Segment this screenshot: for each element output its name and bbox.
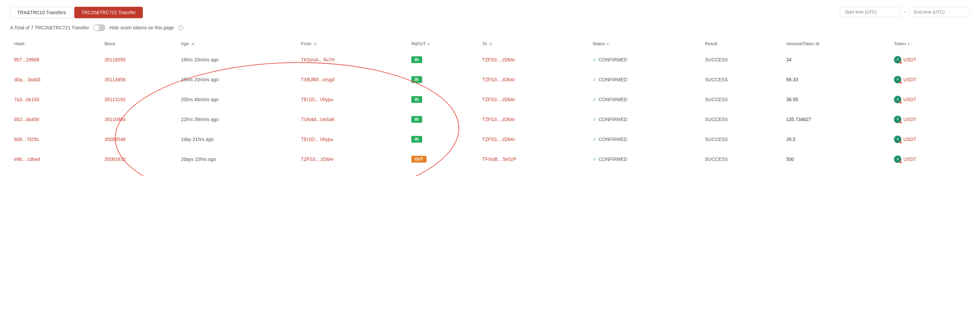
cell-direction-3: IN [407,109,478,130]
token-name-3[interactable]: USDT [904,117,916,122]
block-link-0[interactable]: 35118555 [104,57,125,62]
age-text-3: 22hrs 39mins ago [181,117,218,122]
amount-text-5: 500 [786,157,794,162]
amount-text-0: 34 [786,57,792,62]
cell-token-5: ₮ USDT [890,149,970,169]
cell-amount-3: 135.734627 [782,109,890,130]
cell-token-4: ₮ USDT [890,130,970,149]
to-link-3[interactable]: TZFS3... zD6Ar [482,117,515,122]
hash-link-2[interactable]: 7a3...0e193 [14,97,39,102]
from-link-1[interactable]: TXBJfkF...orsgd [301,77,334,82]
status-text-3: CONFIRMED [599,117,627,122]
cell-age-5: 2days 15hrs ago [177,149,297,169]
col-age[interactable]: Age ⇄ [177,38,297,50]
amount-text-4: 26.5 [786,136,795,142]
from-link-2[interactable]: TEr1D... Vbypu [301,97,333,102]
cell-result-1: SUCCESS [701,70,782,90]
col-token[interactable]: Token ▼ [890,38,970,50]
hash-link-0[interactable]: 857...299d9 [14,57,39,62]
from-link-3[interactable]: TUN4d...UeSaK [301,117,335,122]
summary-text: A Total of 7 TRC20&TRC721 Transfer [10,25,89,30]
cell-token-1: ₮ USDT [890,70,970,90]
from-filter-icon[interactable]: ⊟ [314,42,317,46]
col-status[interactable]: Status ▼ [589,38,701,50]
to-link-1[interactable]: TZFS3... zD6Ar [482,77,515,82]
from-link-0[interactable]: TKSznA... fiu7H [301,57,335,62]
cell-amount-1: 56.33 [782,70,890,90]
cell-to-2: TZFS3... zD6Ar [478,90,589,109]
result-text-0: SUCCESS [705,57,728,62]
time-filters: ~ [840,7,970,17]
status-text-2: CONFIRMED [599,97,627,102]
amount-text-2: 36.55 [786,97,798,102]
cell-to-1: TZFS3... zD6Ar [478,70,589,90]
col-inout[interactable]: IN|OUT ▼ [407,38,478,50]
token-name-4[interactable]: USDT [904,136,916,142]
hash-link-1[interactable]: d0a... 3add3 [14,77,41,82]
inout-sort-icon: ▼ [427,43,430,46]
table-row: b52...da456 35110984 22hrs 39mins ago TU… [10,109,970,130]
token-name-2[interactable]: USDT [904,97,916,102]
token-badge-dot-2 [899,101,902,104]
to-filter-icon[interactable]: ⊟ [489,42,492,46]
hash-link-4[interactable]: b08... f325c [14,136,39,142]
cell-age-3: 22hrs 39mins ago [177,109,297,130]
table-row: b08... f325c 35083546 1day 21hrs ago TEr… [10,130,970,149]
table-row: e86... cdbe4 35061610 2days 15hrs ago TZ… [10,149,970,169]
block-link-3[interactable]: 35110984 [104,117,125,122]
hash-link-5[interactable]: e86... cdbe4 [14,157,40,162]
cell-hash-0: 857...299d9 [10,50,100,70]
to-link-5[interactable]: TFXiaft... 5e5zP [482,157,516,162]
direction-badge-1: IN [411,76,422,83]
start-time-input[interactable] [840,7,900,17]
block-link-2[interactable]: 35113192 [104,97,125,102]
cell-amount-5: 500 [782,149,890,169]
token-icon-4: ₮ [894,136,901,143]
cell-direction-4: IN [407,130,478,149]
tab-trx[interactable]: TRX&TRC10 Transfers [10,7,73,18]
to-link-4[interactable]: TZFS3... zD6Ar [482,136,515,142]
hide-scam-toggle[interactable] [93,24,105,31]
cell-status-1: ✓ CONFIRMED [589,70,701,90]
col-from: From ⊟ [297,38,407,50]
token-icon-3: ₮ [894,116,901,123]
help-icon[interactable]: ? [178,25,183,30]
table-row: d0a... 3add3 35114956 19hrs 20mins ago T… [10,70,970,90]
confirmed-icon-2: ✓ [593,97,597,102]
token-badge-dot-3 [899,121,902,124]
token-badge-dot-5 [899,161,902,163]
block-link-1[interactable]: 35114956 [104,77,125,82]
cell-token-3: ₮ USDT [890,109,970,130]
status-text-0: CONFIRMED [599,57,627,62]
block-link-4[interactable]: 35083546 [104,136,125,142]
cell-result-3: SUCCESS [701,109,782,130]
token-name-1[interactable]: USDT [904,77,916,82]
cell-from-3: TUN4d...UeSaK [297,109,407,130]
block-link-5[interactable]: 35061610 [104,157,125,162]
cell-result-0: SUCCESS [701,50,782,70]
token-sort-icon: ▼ [907,43,910,46]
hash-link-3[interactable]: b52...da456 [14,117,39,122]
cell-amount-2: 36.55 [782,90,890,109]
col-to: To ⊟ [478,38,589,50]
cell-to-5: TFXiaft... 5e5zP [478,149,589,169]
cell-hash-5: e86... cdbe4 [10,149,100,169]
cell-block-4: 35083546 [100,130,177,149]
token-name-5[interactable]: USDT [904,157,916,162]
result-text-3: SUCCESS [705,117,728,122]
to-link-0[interactable]: TZFS3... zD6Ar [482,57,515,62]
token-name-0[interactable]: USDT [904,57,916,62]
cell-status-2: ✓ CONFIRMED [589,90,701,109]
from-link-4[interactable]: TEr1D... Vbypu [301,136,333,142]
cell-to-3: TZFS3... zD6Ar [478,109,589,130]
cell-hash-1: d0a... 3add3 [10,70,100,90]
cell-age-1: 19hrs 20mins ago [177,70,297,90]
result-text-2: SUCCESS [705,97,728,102]
to-link-2[interactable]: TZFS3... zD6Ar [482,97,515,102]
from-link-5[interactable]: TZFS3... zD6Ar [301,157,334,162]
cell-status-3: ✓ CONFIRMED [589,109,701,130]
end-time-input[interactable] [909,7,970,17]
cell-to-4: TZFS3... zD6Ar [478,130,589,149]
tab-trc20[interactable]: TRC20&TRC721 Transfer [74,7,143,18]
table-header: Hash Block Age ⇄ From ⊟ IN|OUT ▼ To ⊟ [10,38,970,50]
